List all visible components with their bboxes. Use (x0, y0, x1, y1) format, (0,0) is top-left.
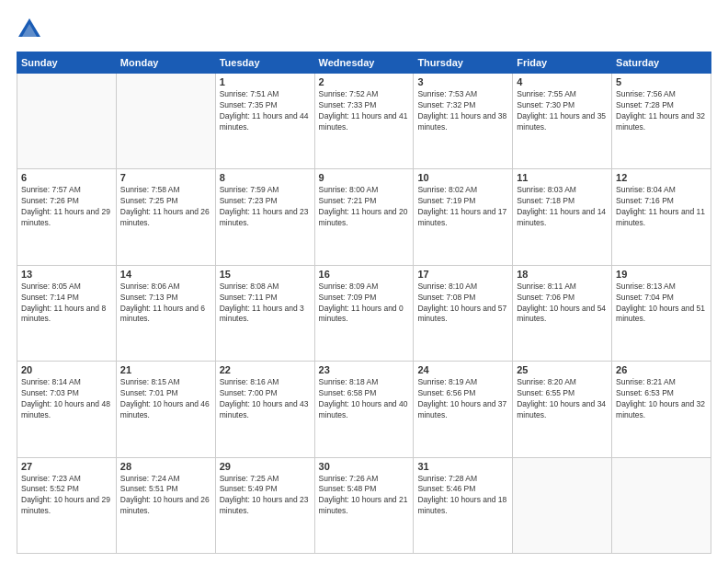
cell-info: Sunrise: 7:56 AMSunset: 7:28 PMDaylight:… (616, 89, 707, 133)
col-header-thursday: Thursday (414, 52, 513, 74)
col-header-tuesday: Tuesday (215, 52, 314, 74)
cell-info: Sunrise: 8:09 AMSunset: 7:09 PMDaylight:… (319, 282, 410, 326)
calendar-cell: 29Sunrise: 7:25 AMSunset: 5:49 PMDayligh… (215, 457, 314, 553)
day-number: 2 (319, 76, 410, 87)
day-number: 27 (21, 461, 112, 472)
calendar-week-1: 6Sunrise: 7:57 AMSunset: 7:26 PMDaylight… (17, 169, 711, 265)
day-number: 11 (517, 172, 608, 183)
calendar-cell: 4Sunrise: 7:55 AMSunset: 7:30 PMDaylight… (513, 74, 612, 169)
day-number: 15 (220, 269, 311, 280)
day-number: 30 (319, 461, 410, 472)
col-header-sunday: Sunday (17, 52, 117, 74)
day-number: 22 (220, 364, 311, 375)
calendar-cell: 23Sunrise: 8:18 AMSunset: 6:58 PMDayligh… (314, 362, 414, 457)
calendar-cell: 13Sunrise: 8:05 AMSunset: 7:14 PMDayligh… (17, 265, 117, 361)
day-number: 20 (21, 364, 112, 375)
cell-info: Sunrise: 8:00 AMSunset: 7:21 PMDaylight:… (319, 185, 410, 229)
cell-info: Sunrise: 7:59 AMSunset: 7:23 PMDaylight:… (220, 185, 311, 229)
calendar-cell: 19Sunrise: 8:13 AMSunset: 7:04 PMDayligh… (612, 265, 711, 361)
calendar-cell: 25Sunrise: 8:20 AMSunset: 6:55 PMDayligh… (513, 362, 612, 457)
day-number: 3 (417, 76, 508, 87)
calendar-cell (17, 74, 117, 169)
cell-info: Sunrise: 8:18 AMSunset: 6:58 PMDaylight:… (319, 377, 410, 421)
calendar-week-0: 1Sunrise: 7:51 AMSunset: 7:35 PMDaylight… (17, 74, 711, 169)
calendar-cell: 31Sunrise: 7:28 AMSunset: 5:46 PMDayligh… (414, 457, 513, 553)
col-header-saturday: Saturday (612, 52, 711, 74)
calendar-table: SundayMondayTuesdayWednesdayThursdayFrid… (17, 52, 711, 554)
cell-info: Sunrise: 8:11 AMSunset: 7:06 PMDaylight:… (517, 282, 608, 326)
calendar-cell: 27Sunrise: 7:23 AMSunset: 5:52 PMDayligh… (17, 457, 117, 553)
calendar-week-3: 20Sunrise: 8:14 AMSunset: 7:03 PMDayligh… (17, 362, 711, 457)
day-number: 25 (517, 364, 608, 375)
cell-info: Sunrise: 8:14 AMSunset: 7:03 PMDaylight:… (21, 377, 112, 421)
day-number: 17 (417, 269, 508, 280)
day-number: 9 (319, 172, 410, 183)
calendar-cell: 1Sunrise: 7:51 AMSunset: 7:35 PMDaylight… (215, 74, 314, 169)
cell-info: Sunrise: 7:25 AMSunset: 5:49 PMDaylight:… (220, 474, 311, 518)
logo-icon (17, 17, 42, 42)
calendar-cell: 12Sunrise: 8:04 AMSunset: 7:16 PMDayligh… (612, 169, 711, 265)
day-number: 10 (417, 172, 508, 183)
day-number: 13 (21, 269, 112, 280)
cell-info: Sunrise: 8:05 AMSunset: 7:14 PMDaylight:… (21, 282, 112, 326)
day-number: 18 (517, 269, 608, 280)
calendar-cell: 10Sunrise: 8:02 AMSunset: 7:19 PMDayligh… (414, 169, 513, 265)
day-number: 26 (616, 364, 707, 375)
calendar-cell: 30Sunrise: 7:26 AMSunset: 5:48 PMDayligh… (314, 457, 414, 553)
day-number: 19 (616, 269, 707, 280)
cell-info: Sunrise: 8:15 AMSunset: 7:01 PMDaylight:… (120, 377, 211, 421)
cell-info: Sunrise: 8:16 AMSunset: 7:00 PMDaylight:… (220, 377, 311, 421)
day-number: 24 (417, 364, 508, 375)
day-number: 4 (517, 76, 608, 87)
calendar-cell: 16Sunrise: 8:09 AMSunset: 7:09 PMDayligh… (314, 265, 414, 361)
day-number: 12 (616, 172, 707, 183)
logo (17, 17, 46, 42)
cell-info: Sunrise: 8:06 AMSunset: 7:13 PMDaylight:… (120, 282, 211, 326)
cell-info: Sunrise: 8:10 AMSunset: 7:08 PMDaylight:… (417, 282, 508, 326)
col-header-friday: Friday (513, 52, 612, 74)
cell-info: Sunrise: 7:24 AMSunset: 5:51 PMDaylight:… (120, 474, 211, 518)
cell-info: Sunrise: 8:21 AMSunset: 6:53 PMDaylight:… (616, 377, 707, 421)
calendar-week-2: 13Sunrise: 8:05 AMSunset: 7:14 PMDayligh… (17, 265, 711, 361)
calendar-cell: 20Sunrise: 8:14 AMSunset: 7:03 PMDayligh… (17, 362, 117, 457)
calendar-week-4: 27Sunrise: 7:23 AMSunset: 5:52 PMDayligh… (17, 457, 711, 553)
cell-info: Sunrise: 7:58 AMSunset: 7:25 PMDaylight:… (120, 185, 211, 229)
calendar-cell: 26Sunrise: 8:21 AMSunset: 6:53 PMDayligh… (612, 362, 711, 457)
col-header-monday: Monday (116, 52, 215, 74)
calendar-header-row: SundayMondayTuesdayWednesdayThursdayFrid… (17, 52, 711, 74)
cell-info: Sunrise: 7:55 AMSunset: 7:30 PMDaylight:… (517, 89, 608, 133)
cell-info: Sunrise: 7:52 AMSunset: 7:33 PMDaylight:… (319, 89, 410, 133)
calendar-cell: 17Sunrise: 8:10 AMSunset: 7:08 PMDayligh… (414, 265, 513, 361)
calendar-cell: 11Sunrise: 8:03 AMSunset: 7:18 PMDayligh… (513, 169, 612, 265)
cell-info: Sunrise: 7:26 AMSunset: 5:48 PMDaylight:… (319, 474, 410, 518)
day-number: 7 (120, 172, 211, 183)
page: SundayMondayTuesdayWednesdayThursdayFrid… (0, 0, 728, 563)
calendar-cell (612, 457, 711, 553)
calendar-cell (513, 457, 612, 553)
calendar-cell (116, 74, 215, 169)
calendar-cell: 22Sunrise: 8:16 AMSunset: 7:00 PMDayligh… (215, 362, 314, 457)
calendar-cell: 28Sunrise: 7:24 AMSunset: 5:51 PMDayligh… (116, 457, 215, 553)
day-number: 31 (417, 461, 508, 472)
cell-info: Sunrise: 7:57 AMSunset: 7:26 PMDaylight:… (21, 185, 112, 229)
calendar-cell: 18Sunrise: 8:11 AMSunset: 7:06 PMDayligh… (513, 265, 612, 361)
calendar-cell: 3Sunrise: 7:53 AMSunset: 7:32 PMDaylight… (414, 74, 513, 169)
day-number: 1 (220, 76, 311, 87)
day-number: 16 (319, 269, 410, 280)
calendar-cell: 7Sunrise: 7:58 AMSunset: 7:25 PMDaylight… (116, 169, 215, 265)
calendar-cell: 9Sunrise: 8:00 AMSunset: 7:21 PMDaylight… (314, 169, 414, 265)
header (17, 17, 711, 42)
cell-info: Sunrise: 8:04 AMSunset: 7:16 PMDaylight:… (616, 185, 707, 229)
col-header-wednesday: Wednesday (314, 52, 414, 74)
cell-info: Sunrise: 8:02 AMSunset: 7:19 PMDaylight:… (417, 185, 508, 229)
cell-info: Sunrise: 8:08 AMSunset: 7:11 PMDaylight:… (220, 282, 311, 326)
day-number: 5 (616, 76, 707, 87)
day-number: 23 (319, 364, 410, 375)
calendar-cell: 21Sunrise: 8:15 AMSunset: 7:01 PMDayligh… (116, 362, 215, 457)
day-number: 28 (120, 461, 211, 472)
cell-info: Sunrise: 7:23 AMSunset: 5:52 PMDaylight:… (21, 474, 112, 518)
calendar-cell: 6Sunrise: 7:57 AMSunset: 7:26 PMDaylight… (17, 169, 117, 265)
day-number: 21 (120, 364, 211, 375)
cell-info: Sunrise: 7:53 AMSunset: 7:32 PMDaylight:… (417, 89, 508, 133)
calendar-cell: 15Sunrise: 8:08 AMSunset: 7:11 PMDayligh… (215, 265, 314, 361)
